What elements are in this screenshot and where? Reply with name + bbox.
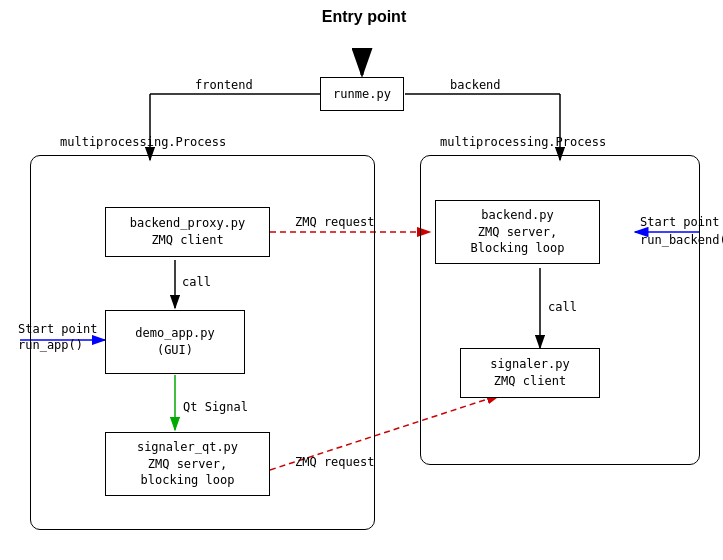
- run-backend-label: run_backend(): [640, 233, 723, 247]
- runme-label: runme.py: [333, 86, 391, 103]
- signaler-label: signaler.py ZMQ client: [490, 356, 569, 390]
- zmq-request-bottom-label: ZMQ request: [295, 455, 374, 469]
- entry-point-label: Entry point: [304, 8, 424, 26]
- demo-app-box: demo_app.py (GUI): [105, 310, 245, 374]
- backend-label-node: backend.py ZMQ server, Blocking loop: [471, 207, 565, 257]
- call-right-label: call: [548, 300, 577, 314]
- backend-label: backend: [450, 78, 501, 92]
- backend-proxy-box: backend_proxy.py ZMQ client: [105, 207, 270, 257]
- start-point-left-label: Start point: [18, 322, 97, 336]
- multiprocessing-right-label: multiprocessing.Process: [440, 135, 606, 149]
- signaler-box: signaler.py ZMQ client: [460, 348, 600, 398]
- frontend-label: frontend: [195, 78, 253, 92]
- call-left-label: call: [182, 275, 211, 289]
- qt-signal-label: Qt Signal: [183, 400, 248, 414]
- zmq-request-top-label: ZMQ request: [295, 215, 374, 229]
- signaler-qt-label: signaler_qt.py ZMQ server, blocking loop: [137, 439, 238, 489]
- backend-proxy-label: backend_proxy.py ZMQ client: [130, 215, 246, 249]
- runme-box: runme.py: [320, 77, 404, 111]
- demo-app-label: demo_app.py (GUI): [135, 325, 214, 359]
- run-app-label: run_app(): [18, 338, 83, 352]
- start-point-right-label: Start point: [640, 215, 719, 229]
- signaler-qt-box: signaler_qt.py ZMQ server, blocking loop: [105, 432, 270, 496]
- backend-box: backend.py ZMQ server, Blocking loop: [435, 200, 600, 264]
- multiprocessing-left-label: multiprocessing.Process: [60, 135, 226, 149]
